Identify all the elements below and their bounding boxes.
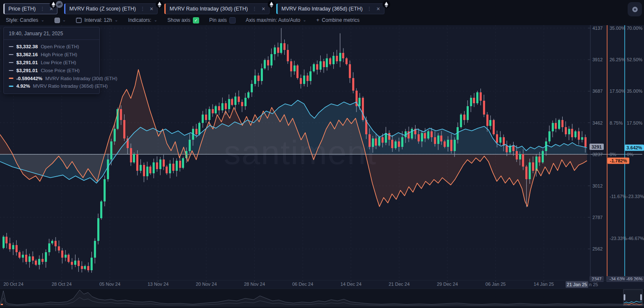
svg-text:17.50%: 17.50% [627, 120, 643, 125]
navigator-marker [1, 304, 3, 305]
svg-text:-46.67%: -46.67% [627, 236, 644, 241]
svg-text:3291: 3291 [592, 144, 602, 149]
snapshot-button[interactable] [628, 2, 642, 16]
tab-mvrv-ratio-intraday-30d-eth-[interactable]: MVRV Ratio Intraday (30d) (ETH)⋮× [164, 3, 270, 14]
eth-logo-icon[interactable] [156, 1, 163, 8]
tooltip-label: MVRV Ratio Intraday (365d) (ETH) [33, 83, 108, 89]
tooltip-label: High Price (ETH) [41, 52, 77, 57]
axis-maxmin-dropdown[interactable]: Axis max/min: Auto/Auto ⌄ [246, 17, 306, 23]
tab-label: MVRV Ratio Intraday (30d) (ETH) [169, 6, 248, 12]
chart-toolbar: Style: Candles ⌄ ⌄ Interval: 12h ⌄ Indic… [0, 15, 644, 25]
style-label: Style: Candles [6, 17, 38, 23]
tab-label: Price (ETH) [8, 6, 36, 12]
tab-bar: Price (ETH)⋮×MVRV Ratio (Z score) (ETH)⋮… [0, 0, 644, 15]
svg-text:20 Nov 24: 20 Nov 24 [196, 282, 217, 287]
svg-text:20 Oct 24: 20 Oct 24 [3, 282, 23, 287]
eth-logo-icon[interactable] [268, 1, 275, 8]
tooltip-value: $3,362.16 [16, 52, 38, 57]
svg-text:4137: 4137 [592, 26, 602, 31]
tooltip-value: $3,291.01 [16, 68, 38, 73]
svg-text:-69.26%: -69.26% [626, 277, 642, 282]
svg-text:-1.782%: -1.782% [610, 158, 627, 163]
interval-label: Interval: 12h [84, 17, 112, 23]
color-swatch [55, 18, 60, 23]
close-icon[interactable]: × [261, 6, 265, 12]
tooltip-rows: $3,332.38Open Price (ETH)$3,362.16High P… [4, 40, 99, 94]
show-axis-checkbox[interactable]: ✓ [193, 17, 199, 23]
tab-mvrv-ratio-z-score-eth-[interactable]: MVRV Ratio (Z score) (ETH)⋮× [64, 3, 158, 14]
tab-badges [157, 1, 163, 8]
series-dash-icon [9, 46, 13, 47]
svg-text:52.50%: 52.50% [627, 57, 643, 62]
svg-text:3237: 3237 [592, 152, 602, 157]
style-dropdown[interactable]: Style: Candles ⌄ [6, 17, 44, 23]
svg-text:21 Dec 24: 21 Dec 24 [389, 282, 410, 287]
chevron-down-icon: ⌄ [303, 18, 306, 22]
svg-text:n 25: n 25 [589, 282, 598, 287]
svg-text:3462: 3462 [592, 120, 602, 125]
svg-text:0%: 0% [610, 152, 616, 157]
svg-text:28 Oct 24: 28 Oct 24 [52, 282, 72, 287]
eye-off-icon[interactable] [56, 1, 63, 8]
svg-text:-34.63%: -34.63% [609, 277, 626, 282]
chevron-down-icon: ⌄ [62, 18, 66, 22]
eth-logo-icon[interactable] [383, 1, 390, 8]
kebab-menu-icon[interactable]: ⋮ [39, 6, 45, 12]
plus-icon: + [317, 17, 319, 23]
svg-text:2347: 2347 [592, 277, 602, 282]
pin-axis-checkbox[interactable] [229, 17, 236, 23]
svg-text:17.50%: 17.50% [610, 89, 626, 94]
svg-text:3687: 3687 [592, 89, 602, 94]
svg-text:8.75%: 8.75% [610, 120, 623, 125]
svg-text:06 Dec 24: 06 Dec 24 [292, 282, 313, 287]
navigator-brush[interactable] [623, 290, 642, 305]
svg-text:3912: 3912 [592, 57, 602, 62]
tooltip-row: $3,362.16High Price (ETH) [9, 52, 94, 57]
tooltip-row: 4.92%MVRV Ratio Intraday (365d) (ETH) [9, 83, 94, 89]
svg-text:70.00%: 70.00% [627, 26, 643, 31]
svg-text:-23.33%: -23.33% [610, 236, 627, 241]
svg-text:35.00%: 35.00% [627, 89, 643, 94]
close-icon[interactable]: × [376, 6, 380, 12]
kebab-menu-icon[interactable]: ⋮ [140, 6, 145, 12]
tab-label: MVRV Ratio Intraday (365d) (ETH) [281, 6, 363, 12]
chevron-down-icon: ⌄ [114, 18, 118, 22]
tooltip-value: $3,291.01 [16, 60, 38, 65]
close-icon[interactable]: × [149, 6, 153, 12]
tooltip-value: -0.590442% [16, 76, 42, 81]
axis-maxmin-label: Axis max/min: Auto/Auto [246, 17, 300, 23]
show-axis-toggle[interactable]: Show axis ✓ [167, 17, 199, 23]
series-dash-icon [9, 70, 13, 71]
pin-axis-toggle[interactable]: Pin axis [209, 17, 236, 23]
tab-price-eth-[interactable]: Price (ETH)⋮× [3, 3, 57, 14]
svg-text:2787: 2787 [592, 215, 602, 220]
tooltip-row: $3,291.01Close Price (ETH) [9, 68, 94, 73]
indicators-label: Indicators: [128, 17, 151, 23]
svg-text:06 Jan 25: 06 Jan 25 [486, 282, 506, 287]
tab-badges [384, 1, 390, 8]
record-dot-icon [632, 7, 638, 12]
brush-handle-right[interactable] [640, 294, 642, 300]
tooltip-row: $3,291.01Low Price (ETH) [9, 60, 94, 65]
svg-text:3.642%: 3.642% [626, 145, 642, 150]
svg-text:13 Nov 24: 13 Nov 24 [148, 282, 169, 287]
svg-text:0%: 0% [627, 152, 634, 157]
kebab-menu-icon[interactable]: ⋮ [366, 6, 372, 12]
chevron-down-icon: ⌄ [41, 18, 44, 22]
interval-dropdown[interactable]: Interval: 12h ⌄ [76, 17, 118, 23]
tooltip-label: Close Price (ETH) [41, 68, 80, 73]
candle-color-picker[interactable]: ⌄ [55, 18, 66, 23]
combine-metrics-button[interactable]: + Combine metrics [317, 17, 360, 23]
tooltip-value: 4.92% [16, 83, 30, 89]
svg-text:26.25%: 26.25% [610, 57, 626, 62]
svg-text:35.00%: 35.00% [610, 26, 626, 31]
kebab-menu-icon[interactable]: ⋮ [252, 6, 257, 12]
svg-text:21 Jan 25: 21 Jan 25 [567, 282, 587, 287]
indicators-dropdown[interactable]: Indicators: ⌄ [128, 17, 158, 23]
tab-mvrv-ratio-intraday-365d-eth-[interactable]: MVRV Ratio Intraday (365d) (ETH)⋮× [276, 3, 384, 14]
tooltip-row: $3,332.38Open Price (ETH) [9, 44, 94, 50]
brush-handle-left[interactable] [624, 294, 626, 300]
svg-text:2562: 2562 [592, 246, 602, 251]
calendar-icon [76, 17, 82, 23]
svg-text:-23.33%: -23.33% [627, 194, 644, 199]
